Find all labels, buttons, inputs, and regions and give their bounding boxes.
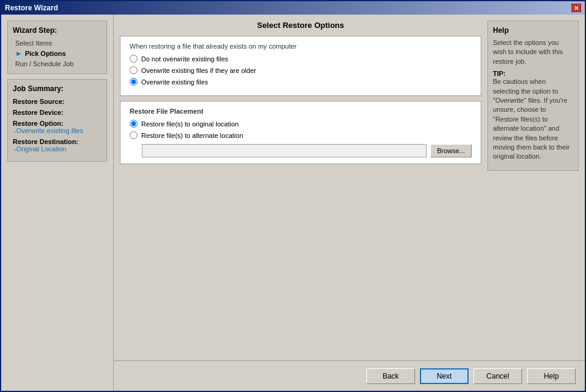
restore-device-field: Restore Device: xyxy=(13,109,102,116)
radio-overwrite-all-input[interactable] xyxy=(130,78,138,86)
overwrite-panel-title: When restoring a file that already exist… xyxy=(130,43,472,50)
help-box-title: Help xyxy=(493,26,573,35)
overwrite-options-panel: When restoring a file that already exist… xyxy=(120,36,481,96)
radio-original-location[interactable]: Restore file(s) to original location xyxy=(130,120,472,128)
radio-original-location-input[interactable] xyxy=(130,120,138,128)
sidebar-item-select-items[interactable]: Select Items xyxy=(13,38,102,48)
title-bar: Restore Wizard ✕ xyxy=(1,1,585,15)
restore-source-field: Restore Source: xyxy=(13,98,102,105)
arrow-icon: ► xyxy=(15,49,23,58)
job-summary-title: Job Summary: xyxy=(13,84,102,93)
wizard-steps-section: Wizard Step: Select Items ► Pick Options… xyxy=(7,21,107,74)
placement-panel: Restore File Placement Restore file(s) t… xyxy=(120,101,481,164)
help-box: Help Select the options you wish to incl… xyxy=(487,21,579,171)
location-input-row: Browse... xyxy=(130,144,472,157)
close-button[interactable]: ✕ xyxy=(571,4,581,12)
radio-do-not-overwrite[interactable]: Do not overwrite existing files xyxy=(130,55,472,63)
help-button[interactable]: Help xyxy=(527,368,576,384)
content-and-help: Select Restore Options When restoring a … xyxy=(114,15,585,360)
help-panel: Help Select the options you wish to incl… xyxy=(487,21,579,354)
location-input[interactable] xyxy=(142,144,427,157)
radio-do-not-overwrite-input[interactable] xyxy=(130,55,138,63)
wizard-step-title: Wizard Step: xyxy=(13,26,102,35)
page-title: Select Restore Options xyxy=(120,21,481,30)
restore-destination-field: Restore Destination: -Original Location xyxy=(13,138,102,153)
radio-alternate-location[interactable]: Restore file(s) to alternate location xyxy=(130,131,472,139)
sidebar-item-pick-options[interactable]: ► Pick Options xyxy=(13,48,102,59)
help-body-text: Select the options you wish to include w… xyxy=(493,38,573,66)
radio-overwrite-all[interactable]: Overwrite existing files xyxy=(130,78,472,86)
next-button[interactable]: Next xyxy=(420,368,469,384)
job-summary-section: Job Summary: Restore Source: Restore Dev… xyxy=(7,79,107,162)
right-section: Select Restore Options When restoring a … xyxy=(114,15,585,391)
restore-wizard-window: Restore Wizard ✕ Wizard Step: Select Ite… xyxy=(0,0,586,392)
cancel-button[interactable]: Cancel xyxy=(473,368,522,384)
sidebar-item-run-schedule[interactable]: Run / Schedule Job xyxy=(13,59,102,69)
window-title: Restore Wizard xyxy=(5,4,58,12)
placement-title: Restore File Placement xyxy=(130,108,472,115)
back-button[interactable]: Back xyxy=(366,368,415,384)
bottom-bar: Back Next Cancel Help xyxy=(114,360,585,391)
radio-alternate-location-input[interactable] xyxy=(130,131,138,139)
help-tip-label: TIP: xyxy=(493,70,573,77)
window-body: Wizard Step: Select Items ► Pick Options… xyxy=(1,15,585,391)
content-area: Select Restore Options When restoring a … xyxy=(114,15,487,360)
radio-overwrite-older[interactable]: Overwrite existing files if they are old… xyxy=(130,66,472,74)
help-tip-text: Be cautious when selecting the option to… xyxy=(493,77,573,162)
sidebar: Wizard Step: Select Items ► Pick Options… xyxy=(1,15,114,391)
browse-button[interactable]: Browse... xyxy=(430,144,472,157)
restore-option-field: Restore Option: -Overwrite existing file… xyxy=(13,120,102,134)
radio-overwrite-older-input[interactable] xyxy=(130,66,138,74)
